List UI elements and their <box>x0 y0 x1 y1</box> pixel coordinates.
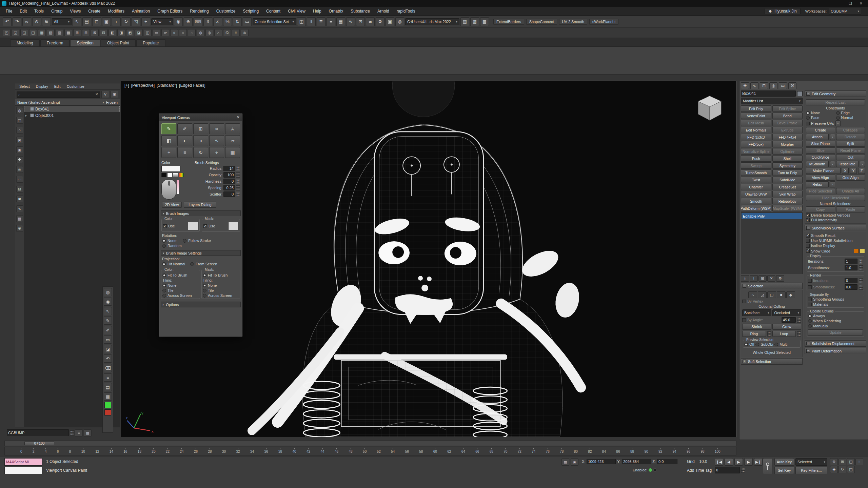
render-iterations-checkbox[interactable] <box>808 279 812 283</box>
constraint-face-radio[interactable] <box>806 116 810 120</box>
rotation-follow-stroke-radio[interactable] <box>183 239 186 243</box>
slice-plane-button[interactable]: Slice Plane <box>806 141 835 147</box>
custom-toolbar-button[interactable]: ExtendBorders <box>493 19 524 25</box>
named-selection-sets-dropdown[interactable]: Create Selection Set <box>253 18 296 25</box>
make-unique-icon[interactable]: ⊟ <box>758 275 767 282</box>
pin-stack-icon[interactable]: ↧ <box>741 275 749 282</box>
modifier-button[interactable]: Retopology <box>772 198 803 204</box>
home-grid-icon[interactable]: ⌂ <box>214 29 222 36</box>
isoline-display-checkbox[interactable] <box>806 244 810 248</box>
render-smoothness-field[interactable]: 0.0 <box>845 284 857 290</box>
color-tiling-across-radio[interactable] <box>162 294 166 298</box>
toolbar-extra-icon[interactable]: ▧ <box>460 17 469 26</box>
display-shapes-filter-icon[interactable]: ○ <box>16 127 23 134</box>
rendered-frame-window-icon[interactable]: ▣ <box>386 17 394 26</box>
explorer-menu-item[interactable]: Edit <box>52 84 63 89</box>
go-to-start-icon[interactable]: ❙◀ <box>715 458 723 466</box>
zoom-icon[interactable]: ⊕ <box>830 458 838 465</box>
spinner[interactable]: ▲▼ <box>236 172 240 178</box>
sharpen-tool-icon[interactable]: ◬ <box>225 123 240 134</box>
scene-object-row[interactable]: ▸ Object001 <box>24 112 120 119</box>
modifier-list-dropdown[interactable]: Modifier List <box>741 98 803 104</box>
constraint-normal-radio[interactable] <box>836 116 840 120</box>
benzene-icon[interactable]: ⌬ <box>223 29 231 36</box>
occluded-culling-dropdown[interactable]: Occluded <box>772 309 802 316</box>
preview-multi-radio[interactable] <box>774 343 778 346</box>
brush-setting-field[interactable]: 0.25 <box>223 185 235 190</box>
by-angle-field[interactable]: 45.0 <box>782 317 796 323</box>
custom-toolbar-button[interactable]: ShapeConnect <box>526 19 557 25</box>
hide-icon[interactable]: ◊ <box>170 29 178 36</box>
auto-key-button[interactable]: Auto Key <box>774 458 794 466</box>
paint-brush-tool-icon[interactable]: ✎ <box>161 123 176 134</box>
spectrum-swatch[interactable] <box>179 173 184 177</box>
paint-deformation-rollout-header[interactable]: +Paint Deformation <box>805 348 866 354</box>
current-color-swatch[interactable] <box>161 166 180 172</box>
display-groups-filter-icon[interactable]: ▭ <box>16 176 23 183</box>
brush-setting-field[interactable]: 100 <box>223 172 235 178</box>
align-icon[interactable]: ‖ <box>307 17 316 26</box>
layers-stack-icon[interactable]: ≡ <box>104 373 112 382</box>
collapse-button[interactable]: Collapse <box>836 127 865 133</box>
use-pivot-point-icon[interactable]: ◉ <box>174 17 183 26</box>
modifier-button[interactable]: Push <box>741 155 771 162</box>
border-mode-icon[interactable]: ▢ <box>767 291 776 298</box>
display-smoothness-field[interactable]: 1.0 <box>845 265 857 270</box>
reset-plane-button[interactable]: Reset Plane <box>836 147 865 154</box>
bridge-icon[interactable]: ▨ <box>56 29 63 36</box>
backface-culling-dropdown[interactable]: Backface <box>742 309 771 316</box>
brush-setting-field[interactable]: 14 <box>223 166 235 171</box>
zoom-extents-icon[interactable]: ◳ <box>847 458 855 465</box>
target-weld-icon[interactable]: ⊞ <box>73 29 81 36</box>
maxscript-mini-listener[interactable]: MAXScript Mi <box>4 458 42 466</box>
grid-align-button[interactable]: Grid Align <box>836 175 865 181</box>
notebook-icon[interactable]: ▤ <box>104 383 112 391</box>
close-button[interactable]: ✕ <box>860 1 863 6</box>
attach-button[interactable]: Attach <box>806 134 829 140</box>
spinner[interactable]: ▲▼ <box>236 179 240 184</box>
select-and-scale-icon[interactable]: ◹ <box>132 17 140 26</box>
current-frame-field[interactable]: 0 <box>715 467 740 473</box>
pan-view-icon[interactable]: ✚ <box>830 466 838 473</box>
column-header-name[interactable]: Name (Sorted Ascending) <box>17 100 60 104</box>
quickslice-button[interactable]: QuickSlice <box>806 154 835 160</box>
viewport-label-segment[interactable]: [Edged Faces] <box>179 83 205 88</box>
modifier-button[interactable]: Edit Poly <box>741 105 771 112</box>
menu-item[interactable]: Group <box>47 9 66 14</box>
full-interactivity-checkbox[interactable] <box>806 218 810 222</box>
menu-item[interactable]: Customize <box>213 9 239 14</box>
detach-icon[interactable]: ◩ <box>126 29 134 36</box>
layers-dialog-button[interactable]: Layers Dialog <box>184 202 216 208</box>
mask-brush-thumbnail[interactable] <box>228 222 238 230</box>
color-fit-to-brush-radio[interactable] <box>162 273 166 277</box>
menu-item[interactable]: Arnold <box>374 9 393 14</box>
modifier-button[interactable]: Shell <box>772 155 803 162</box>
pencil-icon[interactable]: ✎ <box>104 317 112 325</box>
maxscript-listener-input[interactable] <box>4 467 42 474</box>
paste-button[interactable]: Paste <box>836 206 865 212</box>
track-bar[interactable]: 0246810121416182022242628303234363840424… <box>4 447 736 455</box>
measure-icon[interactable]: ▭ <box>104 336 112 344</box>
select-cursor-icon[interactable]: ↖ <box>104 307 112 315</box>
use-nurms-checkbox[interactable] <box>806 239 810 243</box>
isolate-icon[interactable]: ◌ <box>188 29 196 36</box>
menu-item[interactable]: Civil View <box>284 9 309 14</box>
tessellate-settings-icon[interactable] <box>860 161 865 167</box>
cgbump-field[interactable]: CGBUMP <box>7 429 69 436</box>
close-icon[interactable]: ✕ <box>237 115 240 120</box>
materials-checkbox[interactable] <box>808 303 812 306</box>
isolate-selection-icon[interactable]: ▦ <box>561 459 569 466</box>
keyboard-shortcut-override-icon[interactable]: ⌨ <box>194 17 202 26</box>
undo-arrow-icon[interactable]: ↶ <box>104 354 112 363</box>
cage-selected-color-swatch[interactable] <box>860 249 865 253</box>
mask-tiling-tile-radio[interactable] <box>203 289 206 292</box>
msmooth-button[interactable]: MSmooth <box>806 161 829 167</box>
display-helpers-filter-icon[interactable]: ✚ <box>16 156 23 163</box>
smooth-result-checkbox[interactable] <box>806 234 810 238</box>
modifier-button[interactable]: FFD 4x4x4 <box>772 134 803 140</box>
create-tab-icon[interactable]: ✚ <box>741 82 749 89</box>
blur-tool-icon[interactable]: ≈ <box>209 123 224 134</box>
spinner[interactable]: ▲▼ <box>859 278 863 283</box>
menu-item[interactable]: Create <box>84 9 104 14</box>
rotate-tool-icon[interactable]: ↻ <box>193 147 208 158</box>
